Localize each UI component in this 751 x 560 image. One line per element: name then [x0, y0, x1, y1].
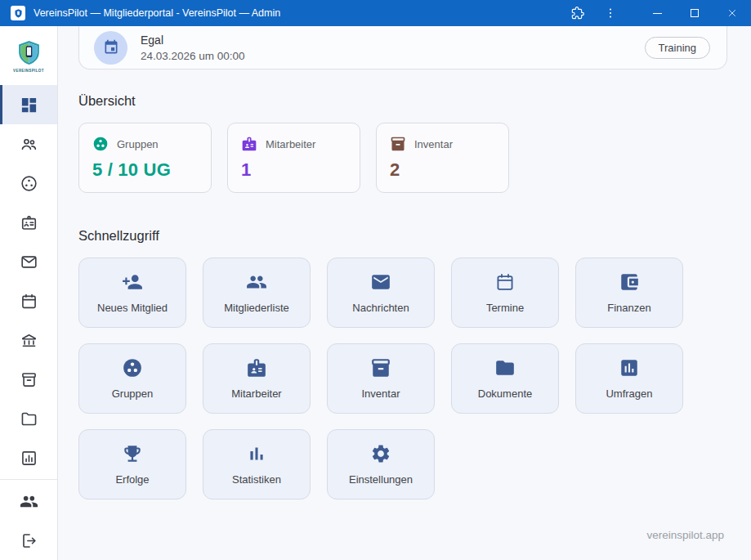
quick-access-button[interactable]: Gruppen: [78, 343, 186, 414]
calendar-icon: [494, 271, 516, 293]
overview-card-label: Gruppen: [117, 138, 159, 150]
extensions-button[interactable]: [561, 0, 594, 26]
quick-access-button-label: Neues Mitglied: [97, 302, 168, 314]
sidebar-item-logout[interactable]: [0, 521, 57, 560]
maximize-icon: [691, 9, 699, 17]
sidebar-item-statistics[interactable]: [0, 438, 57, 477]
sidebar-item-members[interactable]: [0, 124, 57, 164]
id-badge-filled-icon: [241, 136, 257, 152]
minimize-button[interactable]: [638, 0, 676, 26]
quick-access-button-label: Inventar: [362, 388, 400, 400]
quick-access-button[interactable]: Neues Mitglied: [78, 258, 186, 328]
mail-icon: [20, 253, 38, 271]
gear-icon: [370, 443, 391, 464]
overview-card: Gruppen 5 / 10 UG: [78, 123, 212, 193]
event-tag-chip[interactable]: Training: [645, 37, 710, 59]
quick-access-button-label: Gruppen: [112, 388, 154, 400]
quick-access-button[interactable]: Umfragen: [575, 343, 683, 414]
sidebar-item-inventory[interactable]: [0, 360, 57, 399]
sidebar-item-staff[interactable]: [0, 203, 57, 242]
app-shield-icon: [11, 6, 25, 20]
window-title: VereinsPilot — Mitgliederportal - Verein…: [34, 7, 280, 19]
id-badge-icon: [20, 213, 38, 232]
logo-caption: VEREINSPILOT: [13, 69, 44, 73]
bank-icon: [20, 331, 38, 350]
calendar-icon: [20, 292, 38, 311]
quick-access-button[interactable]: Mitarbeiter: [203, 343, 311, 414]
sidebar-item-community[interactable]: [0, 482, 57, 521]
quick-access-button-label: Termine: [486, 302, 524, 314]
minimize-icon: [653, 13, 662, 14]
titlebar: VereinsPilot — Mitgliederportal - Verein…: [0, 0, 751, 26]
quick-access-button-label: Einstellungen: [349, 473, 413, 486]
archive-filled-icon: [370, 357, 391, 379]
dashboard-icon: [20, 96, 38, 114]
sidebar-item-dashboard[interactable]: [0, 85, 57, 124]
event-datetime: 24.03.2026 um 00:00: [141, 50, 245, 62]
folder-icon: [20, 410, 38, 428]
chart-box-icon: [20, 449, 38, 468]
app-window: VereinsPilot — Mitgliederportal - Verein…: [0, 0, 751, 560]
mail-filled-icon: [370, 271, 391, 293]
event-title: Egal: [141, 34, 245, 47]
quick-access-grid: Neues Mitglied Mitgliederliste Nachricht…: [78, 258, 751, 500]
quick-access-button-label: Dokumente: [478, 388, 532, 400]
wallet-icon: [619, 271, 640, 293]
more-options-button[interactable]: [594, 0, 627, 26]
quick-access-button[interactable]: Einstellungen: [327, 429, 435, 500]
quick-access-button-label: Nachrichten: [352, 302, 409, 314]
group-circle-filled-icon: [122, 357, 143, 379]
main-content: Egal 24.03.2026 um 00:00 Training Übersi…: [58, 26, 751, 560]
quick-access-button[interactable]: Statistiken: [203, 429, 311, 500]
person-add-icon: [122, 271, 143, 293]
folder-filled-icon: [494, 357, 516, 379]
sidebar-item-documents[interactable]: [0, 399, 57, 438]
archive-box-icon: [20, 370, 38, 389]
event-text: Egal 24.03.2026 um 00:00: [141, 34, 245, 62]
quick-access-button[interactable]: Dokumente: [451, 343, 559, 414]
quick-access-button-label: Umfragen: [606, 388, 652, 400]
sidebar-item-messages[interactable]: [0, 242, 57, 281]
quick-access-button[interactable]: Termine: [451, 258, 559, 328]
sidebar-nav-primary: [0, 85, 57, 477]
close-button[interactable]: [713, 0, 751, 26]
people-filled-icon: [20, 492, 38, 511]
logo-shield-icon: [16, 39, 42, 66]
quick-access-button[interactable]: Nachrichten: [327, 258, 435, 328]
overview-card-label: Inventar: [414, 138, 453, 150]
quick-access-button-label: Statistiken: [232, 473, 281, 486]
logout-icon: [20, 531, 38, 550]
sidebar-item-finances[interactable]: [0, 320, 57, 360]
puzzle-extension-icon: [571, 7, 584, 20]
group-circle-icon: [20, 174, 38, 193]
overview-card: Inventar 2: [376, 123, 509, 193]
overview-cards-row: Gruppen 5 / 10 UG Mitarbeiter 1 Inventar…: [78, 123, 751, 193]
overview-card-value: 1: [241, 159, 346, 181]
close-icon: [727, 8, 737, 18]
event-list-item[interactable]: Egal 24.03.2026 um 00:00 Training: [78, 26, 727, 69]
footer-link[interactable]: vereinspilot.app: [78, 500, 727, 541]
quick-access-button-label: Erfolge: [115, 473, 149, 486]
sidebar-item-events[interactable]: [0, 281, 57, 320]
overview-card: Mitarbeiter 1: [227, 123, 360, 193]
overview-heading: Übersicht: [78, 93, 751, 109]
sidebar-nav-secondary: [0, 482, 57, 560]
people-filled-icon: [246, 271, 267, 293]
overview-card-label: Mitarbeiter: [266, 138, 315, 150]
quick-access-button-label: Mitarbeiter: [231, 388, 281, 400]
bar-chart-icon: [246, 443, 267, 464]
archive-filled-icon: [390, 136, 406, 152]
quick-access-button-label: Finanzen: [607, 302, 650, 314]
overview-card-value: 5 / 10 UG: [92, 159, 198, 181]
kebab-menu-icon: [604, 7, 617, 20]
quick-access-button-label: Mitgliederliste: [224, 302, 288, 314]
poll-icon: [619, 357, 640, 379]
quick-access-button[interactable]: Erfolge: [78, 429, 186, 500]
sidebar-item-groups[interactable]: [0, 164, 57, 203]
quick-access-button[interactable]: Mitgliederliste: [203, 258, 311, 328]
maximize-button[interactable]: [676, 0, 713, 26]
app-logo: VEREINSPILOT: [0, 26, 57, 85]
quick-access-button[interactable]: Inventar: [327, 343, 435, 414]
quick-access-button[interactable]: Finanzen: [575, 258, 683, 328]
sidebar: VEREINSPILOT: [0, 26, 58, 560]
